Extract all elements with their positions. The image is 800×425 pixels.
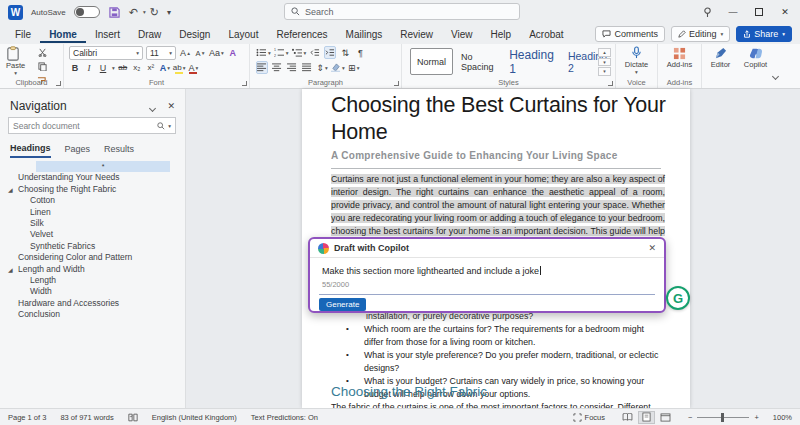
proofing-icon[interactable] — [128, 413, 138, 422]
font-name-combo[interactable]: Calibri ▾ — [69, 46, 143, 60]
shrink-font-button[interactable]: A▾ — [194, 47, 206, 60]
undo-caret-icon[interactable]: ▾ — [143, 9, 146, 15]
tab-references[interactable]: References — [267, 26, 336, 43]
navigation-close-icon[interactable]: ✕ — [167, 101, 175, 111]
align-right-button[interactable] — [286, 61, 298, 74]
nav-item[interactable]: Length — [0, 275, 186, 286]
nav-item-selected[interactable]: * — [36, 161, 170, 172]
copilot-prompt-input[interactable]: Make this section more lighthearted and … — [322, 266, 541, 276]
tab-help[interactable]: Help — [482, 26, 521, 43]
pin-icon[interactable] — [694, 1, 720, 23]
minimize-button[interactable]: — — [720, 1, 746, 23]
font-dialog-launcher[interactable] — [242, 81, 247, 86]
style-no-spacing[interactable]: No Spacing — [455, 48, 501, 75]
web-layout-button[interactable] — [657, 411, 674, 424]
nav-item[interactable]: Hardware and Accessories — [0, 298, 186, 309]
word-count[interactable]: 83 of 971 words — [60, 413, 113, 422]
navigation-options-chevron-icon[interactable] — [150, 97, 155, 115]
styles-scroll-up-button[interactable]: ▴ — [598, 48, 611, 57]
grammarly-icon[interactable]: G — [666, 286, 690, 310]
cut-button[interactable] — [36, 46, 48, 59]
nav-tab-pages[interactable]: Pages — [65, 144, 91, 157]
collapse-ribbon-chevron-icon[interactable] — [773, 65, 778, 83]
underline-caret-icon[interactable]: ▾ — [112, 65, 115, 71]
paste-button[interactable]: Paste ▾ — [6, 46, 25, 76]
align-center-button[interactable] — [271, 61, 283, 74]
paragraph-dialog-launcher[interactable] — [394, 81, 399, 86]
nav-tab-results[interactable]: Results — [104, 144, 134, 157]
tab-view[interactable]: View — [442, 26, 482, 43]
nav-search-caret-icon[interactable]: ▾ — [168, 123, 171, 129]
strikethrough-button[interactable]: ab — [117, 61, 129, 74]
zoom-out-button[interactable]: − — [688, 413, 692, 422]
save-icon[interactable] — [109, 7, 120, 18]
subscript-button[interactable]: x₂ — [131, 61, 143, 74]
editor-button[interactable]: Editor — [704, 47, 737, 69]
bold-button[interactable]: B — [69, 61, 81, 74]
font-color-button[interactable]: A▾ — [187, 61, 199, 74]
tab-mailings[interactable]: Mailings — [337, 26, 392, 43]
text-predictions-indicator[interactable]: Text Predictions: On — [251, 413, 318, 422]
style-heading-1[interactable]: Heading 1 — [503, 48, 560, 75]
zoom-level[interactable]: 100% — [773, 413, 792, 422]
borders-button[interactable]: ⊞▾ — [348, 61, 360, 74]
page-indicator[interactable]: Page 1 of 3 — [8, 413, 46, 422]
nav-item[interactable]: ◢Length and Width — [0, 264, 186, 275]
shading-button[interactable]: ▾ — [331, 61, 345, 74]
tab-layout[interactable]: Layout — [219, 26, 267, 43]
font-size-combo[interactable]: 11 ▾ — [146, 46, 176, 60]
search-bar[interactable]: Search — [284, 3, 520, 20]
tab-review[interactable]: Review — [391, 26, 442, 43]
nav-item[interactable]: Considering Color and Pattern — [0, 252, 186, 263]
copilot-close-icon[interactable]: ✕ — [648, 243, 656, 253]
maximize-button[interactable] — [746, 1, 772, 23]
underline-button[interactable]: U — [97, 61, 109, 74]
styles-gallery-expand-button[interactable]: ▾ — [598, 67, 611, 76]
sort-button[interactable]: ⇅ — [339, 46, 351, 59]
change-case-button[interactable]: Aa▾ — [209, 47, 224, 60]
addins-button[interactable]: Add-ins — [658, 44, 701, 69]
copy-button[interactable] — [36, 60, 48, 73]
editing-mode-button[interactable]: Editing ▾ — [671, 26, 730, 42]
nav-item[interactable]: Synthetic Fabrics — [0, 241, 186, 252]
nav-item[interactable]: ◢Choosing the Right Fabric — [0, 184, 186, 195]
justify-button[interactable] — [301, 61, 313, 74]
share-button[interactable]: Share ▾ — [736, 26, 792, 42]
dictate-button[interactable]: Dictate ▾ — [616, 44, 657, 75]
read-mode-button[interactable] — [619, 411, 636, 424]
document-page[interactable]: Choosing the Best Curtains for Your Home… — [302, 89, 690, 408]
zoom-slider-knob[interactable] — [721, 413, 724, 422]
styles-scroll-down-button[interactable]: ▾ — [598, 58, 611, 67]
undo-button[interactable]: ↶ — [129, 6, 138, 19]
close-window-button[interactable]: ✕ — [772, 1, 798, 23]
nav-item[interactable]: Conclusion — [0, 309, 186, 320]
nav-item[interactable]: Velvet — [0, 229, 186, 240]
tab-file[interactable]: File — [6, 26, 40, 43]
superscript-button[interactable]: x² — [145, 61, 157, 74]
increase-indent-button[interactable] — [324, 46, 336, 59]
zoom-slider[interactable] — [697, 417, 749, 418]
multilevel-list-button[interactable]: ▾ — [292, 46, 307, 59]
generate-button[interactable]: Generate — [319, 298, 366, 311]
italic-button[interactable]: I — [83, 61, 95, 74]
quick-access-more-button[interactable]: ▾ — [167, 8, 171, 17]
nav-item[interactable]: Width — [0, 286, 186, 297]
tab-home[interactable]: Home — [40, 26, 86, 43]
nav-item[interactable]: Linen — [0, 207, 186, 218]
comments-button[interactable]: Comments — [595, 26, 665, 42]
show-formatting-button[interactable]: ¶ — [354, 46, 366, 59]
grow-font-button[interactable]: A▴ — [179, 47, 191, 60]
nav-search-input[interactable]: Search document ▾ — [8, 117, 176, 134]
styles-dialog-launcher[interactable] — [608, 81, 613, 86]
clipboard-dialog-launcher[interactable] — [56, 81, 61, 86]
focus-button[interactable]: Focus — [573, 413, 605, 422]
text-effects-button[interactable]: A▾ — [159, 61, 171, 74]
decrease-indent-button[interactable] — [309, 46, 321, 59]
tab-acrobat[interactable]: Acrobat — [520, 26, 572, 43]
nav-tab-headings[interactable]: Headings — [10, 143, 51, 158]
tab-design[interactable]: Design — [170, 26, 219, 43]
nav-item[interactable]: Silk — [0, 218, 186, 229]
autosave-toggle[interactable] — [74, 6, 100, 18]
tab-draw[interactable]: Draw — [129, 26, 170, 43]
language-indicator[interactable]: English (United Kingdom) — [152, 413, 237, 422]
